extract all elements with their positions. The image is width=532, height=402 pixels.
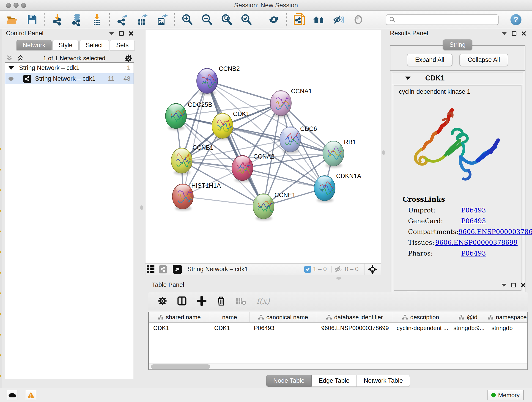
tab-network[interactable]: Network — [17, 40, 51, 51]
bottom-splitter-handle[interactable] — [336, 277, 341, 280]
table-cell[interactable]: stringdb:9... — [449, 323, 487, 333]
save-session-icon[interactable] — [26, 14, 38, 26]
show-hide-icon[interactable] — [333, 14, 345, 26]
float-panel-icon[interactable] — [511, 283, 516, 287]
zoom-out-icon[interactable] — [201, 14, 213, 26]
search-field[interactable] — [386, 14, 499, 25]
grid-view-icon[interactable] — [146, 263, 156, 275]
help-icon[interactable]: ? — [510, 14, 521, 25]
column-header[interactable]: name — [210, 312, 249, 322]
table-cell[interactable]: CDK1 — [149, 323, 210, 333]
column-header[interactable]: @id — [449, 312, 487, 322]
crosslink-value[interactable]: 9606.ENSP00000378699 — [458, 228, 532, 236]
crosslink-value[interactable]: P06493 — [461, 217, 486, 225]
warnings-button[interactable] — [26, 390, 36, 400]
table-options-gear-icon[interactable] — [158, 296, 167, 306]
float-panel-icon[interactable] — [119, 31, 124, 36]
tab-select[interactable]: Select — [80, 40, 109, 51]
column-header[interactable]: canonical name — [249, 312, 317, 322]
tab-string[interactable]: String — [443, 39, 472, 50]
crosslink-value[interactable]: P06493 — [461, 206, 486, 214]
tab-node-table[interactable]: Node Table — [266, 375, 312, 387]
network-view-panel: CCNB2CCNA1CDC25BCDK1CDC6RB1CCNB1CCNA2CDK… — [145, 30, 381, 275]
tab-network-table[interactable]: Network Table — [357, 375, 410, 387]
network-node-cdc25b[interactable] — [165, 103, 186, 130]
network-node-ccna1[interactable] — [270, 90, 291, 117]
network-node-ccne1[interactable] — [253, 194, 274, 220]
column-header[interactable]: description — [392, 312, 449, 322]
network-edge[interactable] — [183, 81, 207, 196]
detach-view-icon[interactable] — [173, 265, 182, 274]
close-panel-icon[interactable] — [129, 31, 133, 36]
collapse-all-button[interactable]: Collapse All — [459, 54, 508, 66]
search-input[interactable] — [396, 16, 495, 23]
selected-nodes-icon[interactable] — [304, 266, 311, 273]
gene-expander-icon[interactable] — [405, 77, 411, 80]
export-table-icon[interactable] — [136, 14, 148, 26]
scrollbar-thumb[interactable] — [151, 364, 210, 369]
table-cell[interactable]: stringdb — [487, 323, 527, 333]
preview-eye-icon[interactable] — [352, 14, 364, 26]
import-network-icon[interactable] — [51, 14, 63, 26]
refresh-icon[interactable] — [268, 14, 280, 26]
column-header[interactable]: namespace — [487, 312, 527, 322]
panel-menu-icon[interactable] — [501, 284, 506, 287]
import-table-icon[interactable] — [91, 14, 103, 26]
close-panel-icon[interactable] — [521, 283, 526, 287]
minimize-window-button[interactable] — [13, 3, 19, 8]
column-header[interactable]: database identifier — [317, 312, 392, 322]
export-network-icon[interactable] — [116, 14, 128, 26]
open-session-icon[interactable] — [6, 14, 18, 26]
network-collection-row[interactable]: String Network – cdk1 1 — [5, 63, 133, 73]
delete-column-icon[interactable] — [216, 296, 226, 306]
expand-all-icon[interactable] — [17, 55, 24, 62]
panel-menu-icon[interactable] — [109, 32, 114, 35]
network-node-ccnb2[interactable] — [196, 68, 218, 95]
add-column-icon[interactable] — [197, 296, 206, 306]
network-edge[interactable] — [183, 196, 264, 206]
panel-menu-icon[interactable] — [502, 32, 507, 35]
network-node-hist1h1a[interactable] — [172, 184, 193, 211]
table-cell[interactable]: CDK1 — [210, 323, 249, 333]
table-cell[interactable]: cyclin-dependent ... — [392, 323, 449, 333]
export-image-icon[interactable] — [156, 14, 168, 26]
table-cell[interactable]: P06493 — [249, 323, 317, 333]
open-in-browser-icon[interactable] — [293, 14, 305, 26]
zoom-in-icon[interactable] — [181, 14, 193, 26]
zoom-selected-icon[interactable] — [240, 14, 252, 26]
cloud-button[interactable] — [7, 390, 17, 400]
tab-edge-table[interactable]: Edge Table — [312, 375, 357, 387]
close-panel-icon[interactable] — [521, 31, 526, 36]
network-node-ccnb1[interactable] — [171, 148, 192, 175]
show-columns-icon[interactable] — [177, 296, 187, 306]
tab-style[interactable]: Style — [52, 40, 79, 51]
left-splitter-handle[interactable] — [140, 205, 143, 210]
collapse-all-icon[interactable] — [6, 55, 13, 62]
network-node-cdkn1a[interactable] — [314, 176, 335, 202]
zoom-fit-icon[interactable] — [221, 14, 233, 26]
expand-all-button[interactable]: Expand All — [407, 54, 453, 66]
maximize-window-button[interactable] — [21, 3, 26, 8]
string-view-icon[interactable] — [159, 265, 167, 274]
collection-expander-icon[interactable] — [8, 66, 14, 70]
network-canvas[interactable]: CCNB2CCNA1CDC25BCDK1CDC6RB1CCNB1CCNA2CDK… — [146, 30, 381, 263]
close-window-button[interactable] — [6, 3, 11, 8]
crosslink-value[interactable]: 9606.ENSP00000378699 — [435, 239, 518, 246]
import-network-from-database-icon[interactable] — [71, 14, 83, 26]
birds-eye-icon[interactable] — [367, 264, 378, 274]
table-cell[interactable]: 9606.ENSP00000378699 — [317, 323, 392, 333]
float-panel-icon[interactable] — [512, 31, 516, 36]
hidden-eye-icon[interactable] — [334, 266, 343, 273]
network-row[interactable]: String Network – cdk1 11 48 — [5, 73, 133, 84]
network-edge[interactable] — [207, 81, 281, 103]
crosslink-value[interactable]: P06493 — [461, 249, 486, 257]
tab-sets[interactable]: Sets — [110, 40, 135, 51]
options-gear-icon[interactable] — [124, 54, 133, 62]
horizontal-scrollbar[interactable] — [149, 364, 527, 370]
network-node-rb1[interactable] — [323, 141, 344, 168]
right-splitter-handle[interactable] — [382, 150, 385, 155]
home-icon[interactable] — [313, 14, 325, 26]
table-row[interactable]: CDK1CDK1P064939606.ENSP00000378699cyclin… — [149, 323, 527, 333]
memory-button[interactable]: Memory — [487, 390, 524, 400]
column-header[interactable]: shared name — [149, 312, 210, 322]
